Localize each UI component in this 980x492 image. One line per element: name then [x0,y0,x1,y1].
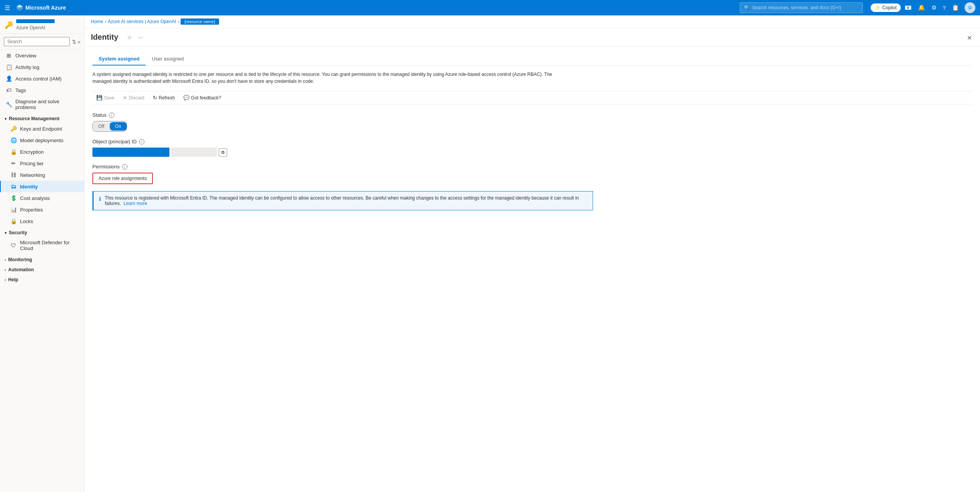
toggle-on-option[interactable]: On [110,122,127,131]
sidebar-item-label: Keys and Endpoint [20,126,62,132]
global-search-box[interactable]: 🔍 [740,2,863,13]
sidebar: 🔑 Azure OpenAI ⇅ « ⊞ Overview 📋 Activity… [0,15,85,492]
sidebar-item-label: Overview [15,53,36,59]
chevron-right-icon: › [5,268,6,272]
breadcrumb-separator-2: › [178,19,179,24]
sidebar-filter-icons: ⇅ « [72,39,80,45]
object-id-label: Object (principal) ID i [92,139,972,144]
notifications-icon-button[interactable]: 🔔 [916,2,928,13]
pricing-icon: ✏ [10,160,17,166]
permissions-info-icon[interactable]: i [122,164,127,170]
status-info-icon[interactable]: i [109,113,114,118]
toggle-off-option[interactable]: Off [93,122,110,131]
filter-icon[interactable]: ⇅ [72,39,76,45]
info-banner-icon: ℹ [99,196,101,202]
resource-subtitle: Azure OpenAI [16,25,45,30]
access-control-icon: 👤 [5,76,12,82]
automation-section-header[interactable]: › Automation [0,264,84,274]
sidebar-item-label: Access control (IAM) [15,76,62,82]
sidebar-item-model-deployments[interactable]: 🌐 Model deployments [0,134,84,146]
sidebar-item-access-control[interactable]: 👤 Access control (IAM) [0,73,84,84]
breadcrumb-separator-1: › [105,19,106,24]
breadcrumb-home[interactable]: Home [91,19,103,24]
refresh-button[interactable]: ↻ Refresh [149,93,179,102]
diagnose-icon: 🔧 [5,101,12,107]
cost-analysis-icon: 💲 [10,195,17,201]
breadcrumb-services[interactable]: Azure AI services | Azure OpenAI [108,19,176,24]
hamburger-icon[interactable]: ☰ [5,4,10,12]
object-id-placeholder-bar [171,148,217,157]
sidebar-item-identity[interactable]: 🗂 Identity [0,181,84,192]
app-logo: Microsoft Azure [16,4,66,11]
object-id-field: ⧉ [92,148,972,157]
permissions-label: Permissions i [92,164,972,170]
sidebar-search-area: ⇅ « [0,34,84,50]
sidebar-item-overview[interactable]: ⊞ Overview [0,50,84,61]
logo-text: Microsoft Azure [25,5,66,11]
sidebar-item-defender[interactable]: 🛡 Microsoft Defender for Cloud [0,237,84,254]
model-deployments-icon: 🌐 [10,137,17,143]
chevron-right-icon: › [5,258,6,262]
tab-user-assigned[interactable]: User assigned [146,53,190,65]
email-icon-button[interactable]: 📧 [902,2,914,13]
copilot-button[interactable]: ✨ Copilot [871,3,900,12]
sidebar-item-cost-analysis[interactable]: 💲 Cost analysis [0,192,84,204]
object-id-info-icon[interactable]: i [139,139,144,144]
chevron-down-icon: ▾ [5,231,7,235]
help-section-header[interactable]: › Help [0,274,84,284]
copy-object-id-button[interactable]: ⧉ [219,148,227,156]
sidebar-item-networking[interactable]: ⛓ Networking [0,169,84,181]
sidebar-item-activity-log[interactable]: 📋 Activity log [0,61,84,73]
encryption-icon: 🔒 [10,149,17,155]
sidebar-item-encryption[interactable]: 🔒 Encryption [0,146,84,158]
sidebar-item-keys-endpoint[interactable]: 🔑 Keys and Endpoint [0,123,84,134]
monitoring-section-header[interactable]: › Monitoring [0,254,84,264]
toggle-switch[interactable]: Off On [92,121,127,132]
properties-icon: 📊 [10,207,17,213]
global-search-input[interactable] [752,5,859,10]
resource-management-header[interactable]: ▾ Resource Management [0,113,84,123]
tab-system-assigned[interactable]: System assigned [92,53,146,65]
section-label: Automation [8,267,34,272]
user-avatar[interactable]: U [965,2,975,13]
info-banner: ℹ This resource is registered with Micro… [92,191,593,210]
sidebar-item-pricing-tier[interactable]: ✏ Pricing tier [0,158,84,169]
status-label: Status i [92,112,972,118]
sidebar-item-label: Locks [20,218,33,224]
settings-icon-button[interactable]: ⚙ [929,2,939,13]
app-container: 🔑 Azure OpenAI ⇅ « ⊞ Overview 📋 Activity… [0,15,980,492]
save-button[interactable]: 💾 Save [92,93,118,102]
favorite-star-button[interactable]: ☆ [125,33,134,42]
security-section-header[interactable]: ▾ Security [0,227,84,237]
chevron-down-icon: ▾ [5,117,7,121]
feedback-button[interactable]: 💬 Got feedback? [179,93,225,102]
sidebar-item-locks[interactable]: 🔒 Locks [0,215,84,227]
sidebar-item-label: Identity [20,184,38,190]
refresh-icon: ↻ [153,95,157,101]
resource-icon: 🔑 [5,21,13,29]
status-field-group: Status i Off On [92,112,972,132]
refresh-label: Refresh [159,95,175,101]
help-icon-button[interactable]: ? [940,2,948,13]
defender-icon: 🛡 [10,242,17,249]
status-toggle: Off On [92,121,972,132]
content-area: System assigned User assigned A system a… [85,47,980,492]
feedback-icon-button[interactable]: 📋 [950,2,962,13]
breadcrumb-current-resource: [resource name] [181,18,219,25]
more-options-button[interactable]: ··· [136,33,145,42]
sidebar-item-diagnose[interactable]: 🔧 Diagnose and solve problems [0,96,84,113]
discard-button[interactable]: ✕ Discard [119,93,148,102]
sidebar-item-label: Activity log [15,64,39,70]
avatar-initials: U [968,5,972,10]
azure-role-assignments-button[interactable]: Azure role assignments [92,173,153,184]
sidebar-item-tags[interactable]: 🏷 Tags [0,84,84,96]
learn-more-link[interactable]: Learn more [124,201,147,206]
sidebar-search-input[interactable] [4,37,70,46]
close-button[interactable]: ✕ [965,33,974,46]
sidebar-item-properties[interactable]: 📊 Properties [0,204,84,215]
collapse-icon[interactable]: « [78,39,80,45]
tags-icon: 🏷 [5,87,12,93]
sidebar-item-label: Properties [20,207,43,213]
discard-label: Discard [129,95,144,101]
feedback-label: Got feedback? [191,95,221,101]
